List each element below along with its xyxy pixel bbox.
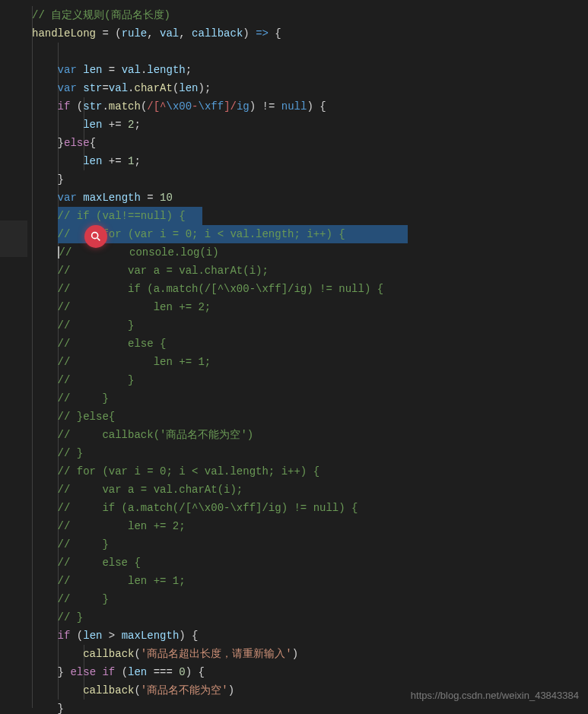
code-line: // var a = val.charAt(i); <box>32 262 588 280</box>
code-line <box>32 43 588 61</box>
code-line: // else { <box>32 554 588 572</box>
code-line: // for (var i = 0; i < val.length; i++) … <box>32 462 588 481</box>
code-line: var maxLength = 10 <box>32 189 588 207</box>
code-line: len += 2; <box>32 116 588 134</box>
code-line: // } <box>32 608 588 627</box>
func-name: handleLong <box>32 27 96 40</box>
code-line: if (len > maxLength) { <box>32 627 588 645</box>
code-editor[interactable]: // 自定义规则(商品名长度) handleLong = (rule, val,… <box>0 0 588 714</box>
comment-text: // 自定义规则(商品名长度) <box>32 9 170 21</box>
code-line: // callback('商品名不能为空') <box>32 426 588 444</box>
svg-line-1 <box>97 238 100 240</box>
code-line: // }else{ <box>32 408 588 426</box>
code-line: callback('商品名超出长度，请重新输入') <box>32 645 588 663</box>
code-line: var str=val.charAt(len); <box>32 79 588 97</box>
code-line: len += 1; <box>32 152 588 170</box>
code-line: } else if (len === 0) { <box>32 663 588 681</box>
search-icon[interactable] <box>84 225 107 248</box>
code-line: }else{ <box>32 134 588 152</box>
code-line: // if (a.match(/[^\x00-\xff]/ig) != null… <box>32 499 588 517</box>
code-line: // if (a.match(/[^\x00-\xff]/ig) != null… <box>32 280 588 298</box>
code-line: // } <box>32 389 588 408</box>
code-line: // len += 1; <box>32 353 588 371</box>
watermark-text: https://blog.csdn.net/weixin_43843384 <box>411 687 579 705</box>
svg-point-0 <box>92 233 98 239</box>
code-line: handleLong = (rule, val, callback) => { <box>32 24 588 43</box>
code-line: } <box>32 170 588 189</box>
code-line: // console.log(i) <box>32 243 588 262</box>
code-line: // } <box>32 316 588 335</box>
code-line: // } <box>32 590 588 608</box>
code-line: // len += 2; <box>32 298 588 316</box>
code-line: // len += 2; <box>32 517 588 535</box>
code-line: // else { <box>32 335 588 353</box>
code-line: var len = val.length; <box>32 61 588 79</box>
code-line: // } <box>32 371 588 389</box>
code-line: // } <box>32 535 588 554</box>
code-line: // len += 1; <box>32 572 588 590</box>
code-line: // if (val!==null) { <box>32 207 588 225</box>
code-line: // } <box>32 444 588 462</box>
code-line: // var a = val.charAt(i); <box>32 481 588 499</box>
code-line: // 自定义规则(商品名长度) <box>32 6 588 24</box>
code-line: if (str.match(/[^\x00-\xff]/ig) != null)… <box>32 97 588 116</box>
code-line: // for (var i = 0; i < val.length; i++) … <box>32 225 588 243</box>
